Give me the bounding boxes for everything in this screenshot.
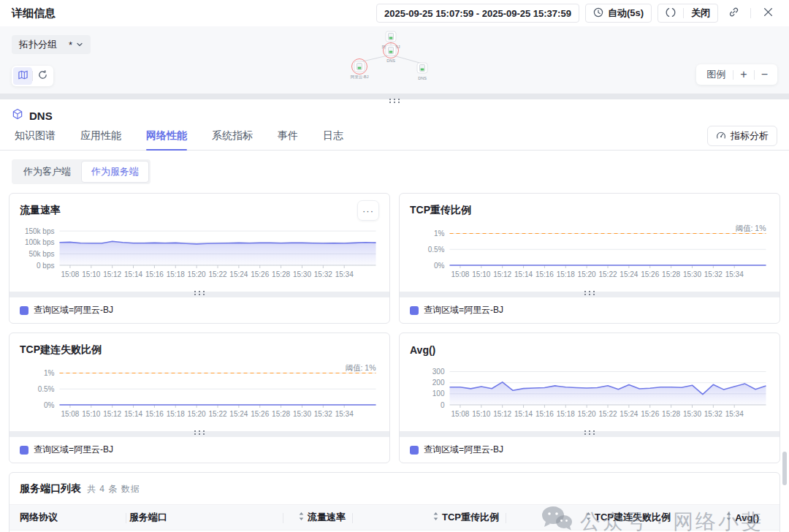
detail-panel: 详细信息 2025-09-25 15:07:59 - 2025-09-25 15… [0, 0, 789, 532]
zoom-out-button[interactable]: − [755, 64, 774, 85]
topology-group-select[interactable]: 拓扑分组 * [12, 35, 91, 54]
chart-more-button[interactable]: ··· [357, 200, 379, 221]
chart-resize-handle[interactable] [9, 431, 389, 437]
tab-1[interactable]: 知识图谱 [15, 129, 56, 150]
subtab-1[interactable]: 作为客户端 [13, 161, 81, 183]
svg-text:阈值: 1%: 阈值: 1% [345, 363, 376, 372]
chart-resize-handle[interactable] [400, 431, 780, 437]
chart-legend[interactable]: 查询区域=阿里云-BJ [400, 437, 780, 463]
subtab-2[interactable]: 作为服务端 [81, 161, 149, 183]
legend-button[interactable]: 图例 [699, 64, 733, 85]
svg-text:15:24: 15:24 [620, 410, 638, 418]
chart-legend[interactable]: 查询区域=阿里云-BJ [400, 297, 780, 323]
chart-resize-handle[interactable] [9, 292, 389, 297]
gauge-icon [716, 130, 726, 142]
svg-text:15:22: 15:22 [208, 410, 226, 418]
chart-legend[interactable]: 查询区域=阿里云-BJ [9, 437, 389, 463]
column-header-4[interactable]: TCP重传比例 [356, 505, 509, 530]
close-panel-button[interactable]: 关闭 [684, 4, 717, 22]
svg-text:15:34: 15:34 [725, 270, 744, 278]
svg-text:15:22: 15:22 [208, 270, 226, 278]
svg-text:DNS: DNS [418, 76, 427, 80]
column-header-2: 服务端口 [129, 505, 286, 530]
svg-text:15:30: 15:30 [293, 270, 311, 278]
column-header-5[interactable]: TCP建连失败比例 [509, 505, 681, 530]
close-x-button[interactable] [758, 4, 777, 23]
chart-title: TCP重传比例 [410, 204, 471, 217]
relayout-button[interactable] [33, 67, 52, 85]
map-icon [18, 69, 28, 83]
sync-icon [37, 69, 48, 83]
scrollbar-thumb[interactable] [782, 452, 787, 485]
svg-text:15:14: 15:14 [514, 270, 533, 278]
column-header-3[interactable]: 流量速率 [286, 505, 356, 530]
refresh-icon [666, 7, 676, 20]
svg-text:15:24: 15:24 [620, 270, 638, 278]
legend-label: 图例 [706, 68, 725, 81]
column-header-6[interactable]: Avg() [681, 505, 769, 530]
divider [750, 8, 751, 18]
svg-text:DNS: DNS [386, 58, 395, 63]
sort-icon[interactable] [725, 512, 732, 523]
svg-text:15:26: 15:26 [641, 270, 659, 278]
refresh-button[interactable] [658, 4, 683, 22]
svg-text:15:14: 15:14 [124, 410, 142, 418]
column-header-1: 网络协议 [20, 505, 129, 530]
svg-text:15:22: 15:22 [598, 270, 617, 278]
service-port-table-card: 服务端口列表 共 4 条 数据 网络协议服务端口流量速率TCP重传比例TCP建连… [9, 472, 780, 532]
svg-text:15:08: 15:08 [61, 410, 79, 418]
column-header-label: TCP建连失败比例 [595, 511, 671, 524]
auto-refresh-button[interactable]: 自动(5s) [585, 4, 652, 23]
legend-series-label: 查询区域=阿里云-BJ [34, 304, 113, 316]
section-resize-handle[interactable] [0, 94, 789, 99]
chart-title: 流量速率 [20, 204, 61, 217]
drag-handle-icon [389, 94, 400, 107]
svg-text:15:16: 15:16 [535, 410, 554, 418]
sort-icon[interactable] [432, 512, 439, 523]
svg-text:15:14: 15:14 [124, 270, 142, 278]
table-count: 共 4 条 数据 [87, 483, 140, 495]
role-subtabs: 作为客户端作为服务端 [12, 159, 150, 184]
link-button[interactable] [724, 4, 743, 23]
sort-icon[interactable] [585, 512, 592, 523]
svg-text:15:30: 15:30 [683, 270, 701, 278]
tab-5[interactable]: 事件 [278, 129, 298, 150]
chart-resize-handle[interactable] [400, 292, 780, 297]
sort-icon[interactable] [298, 512, 305, 523]
metric-analysis-button[interactable]: 指标分析 [707, 126, 777, 146]
svg-text:15:34: 15:34 [335, 270, 354, 278]
tab-4[interactable]: 系统指标 [212, 129, 253, 150]
legend-swatch [20, 306, 28, 315]
tab-2[interactable]: 应用性能 [80, 129, 121, 150]
topology-canvas[interactable]: 阿里云-BJDNS阿里云-BJDNS [310, 26, 479, 94]
chart-legend[interactable]: 查询区域=阿里云-BJ [9, 297, 389, 323]
svg-text:15:10: 15:10 [472, 410, 490, 418]
detail-content: DNS 知识图谱应用性能网络性能系统指标事件日志 指标分析 作为客户端作为服务端… [0, 99, 789, 532]
column-header-label: Avg() [735, 512, 759, 523]
svg-text:15:20: 15:20 [578, 270, 596, 278]
map-controls [12, 66, 53, 86]
column-header-label: 服务端口 [129, 511, 167, 524]
column-header-label: 流量速率 [308, 511, 346, 524]
svg-text:15:10: 15:10 [472, 270, 490, 278]
svg-text:300: 300 [432, 368, 445, 376]
chart-plot: 0%0.5%1%15:0815:1015:1215:1415:1615:1815… [9, 362, 389, 421]
legend-series-label: 查询区域=阿里云-BJ [34, 444, 113, 456]
zoom-in-button[interactable]: + [733, 64, 753, 85]
metric-analysis-label: 指标分析 [731, 129, 769, 142]
svg-text:15:18: 15:18 [167, 270, 185, 278]
topology-section: 拓扑分组 * 阿里云-BJDNS阿里云-BJDNS 图例 + [0, 26, 789, 99]
daterange-button[interactable]: 2025-09-25 15:07:59 - 2025-09-25 15:37:5… [376, 4, 579, 23]
topology-zoom-controls: 图例 + − [696, 64, 777, 85]
chart-card: TCP建连失败比例0%0.5%1%15:0815:1015:1215:1415:… [9, 332, 390, 463]
minimap-toggle-button[interactable] [13, 67, 32, 85]
svg-text:15:32: 15:32 [314, 410, 332, 418]
tab-3[interactable]: 网络性能 [146, 129, 187, 150]
tab-6[interactable]: 日志 [323, 129, 343, 150]
topology-node[interactable]: 阿里云-BJ [351, 59, 369, 80]
svg-text:150k bps: 150k bps [25, 227, 55, 235]
topology-node[interactable]: DNS [417, 63, 427, 80]
svg-text:0%: 0% [434, 262, 445, 270]
table-title-row: 服务端口列表 共 4 条 数据 [9, 482, 780, 504]
topbar-controls: 2025-09-25 15:07:59 - 2025-09-25 15:37:5… [376, 4, 777, 23]
